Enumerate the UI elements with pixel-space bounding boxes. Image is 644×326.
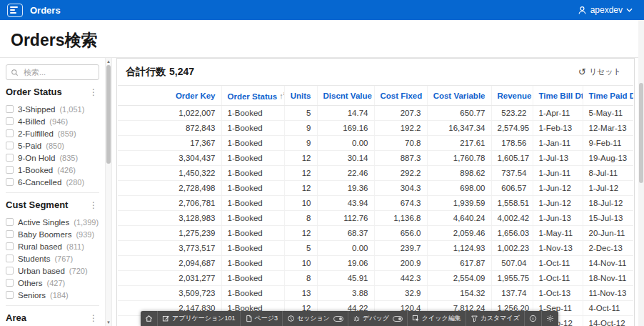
- checkbox[interactable]: [6, 142, 14, 149]
- cell: 1-Jun-11: [533, 166, 583, 181]
- checkbox[interactable]: [6, 105, 14, 113]
- column-header-order-key[interactable]: Order Key: [118, 86, 221, 106]
- toolbar-info-button[interactable]: [525, 311, 542, 326]
- checkbox[interactable]: [6, 230, 14, 238]
- toggle-switch[interactable]: [333, 316, 343, 322]
- orders-table: Order KeyOrder Status↑aUnitsDiscnt Value…: [118, 85, 633, 326]
- facet-checkbox-item[interactable]: 6-Cancelled(280): [6, 176, 99, 188]
- cell: 304.3: [374, 181, 427, 196]
- facet-item-count: (939): [76, 230, 94, 239]
- cell: 137.74: [491, 286, 533, 301]
- toolbar-bug-button[interactable]: デバッグ: [348, 311, 408, 326]
- cell: 1,760.78: [427, 151, 491, 166]
- checkbox[interactable]: [6, 129, 14, 137]
- toolbar-page-button[interactable]: ページ3: [241, 311, 283, 326]
- cell: 292.2: [374, 166, 427, 181]
- cell: 1,955.75: [491, 271, 533, 286]
- facet-checkbox-item[interactable]: Active Singles(1,399): [6, 216, 99, 228]
- cell: 2,574.95: [491, 121, 533, 136]
- facet-checkbox-item[interactable]: Baby Boomers(939): [6, 228, 99, 240]
- reset-button[interactable]: ↺ リセット: [574, 66, 625, 78]
- facet-checkbox-item[interactable]: Others(427): [6, 277, 99, 289]
- facet-item-label: Rural based: [18, 242, 62, 251]
- facet-menu-button[interactable]: ⋮: [88, 88, 99, 97]
- checkbox[interactable]: [6, 291, 14, 299]
- cell: 169.16: [317, 121, 374, 136]
- cell: 3,509,723: [118, 286, 221, 301]
- checkbox[interactable]: [6, 166, 14, 174]
- scroll-up-arrow-icon[interactable]: ▲: [106, 59, 111, 64]
- column-header-order-status[interactable]: Order Status↑a: [221, 86, 284, 106]
- nav-menu-toggle-button[interactable]: [7, 4, 23, 17]
- checkbox[interactable]: [6, 154, 14, 162]
- column-header-revenue[interactable]: Revenue: [491, 86, 533, 106]
- checkbox[interactable]: [6, 242, 14, 250]
- app-header: Orders apexdev: [0, 0, 644, 20]
- cell: 1-Booked: [221, 106, 284, 121]
- facet-checkbox-item[interactable]: Students(767): [6, 252, 99, 265]
- sidebar-scrollbar-thumb[interactable]: [106, 65, 111, 164]
- facet-items: 3-Shipped(1,051)4-Billed(946)2-Fulfilled…: [6, 103, 99, 188]
- checkbox[interactable]: [6, 267, 14, 275]
- search-input[interactable]: [22, 67, 94, 77]
- cell: 154.32: [427, 286, 491, 301]
- facet-checkbox-item[interactable]: 2-Fulfilled(859): [6, 127, 99, 139]
- facet-checkbox-item[interactable]: 1-Booked(426): [6, 164, 99, 176]
- facet-item-label: 6-Cancelled: [18, 178, 61, 187]
- cell: 1,558.51: [491, 196, 533, 211]
- cell: 0.00: [317, 241, 374, 256]
- cell: 1-Nov-13: [533, 241, 583, 256]
- facet-item-count: (720): [69, 267, 88, 275]
- column-header-label: Discnt Value: [323, 92, 372, 100]
- cell: 1-Booked: [221, 166, 284, 181]
- facet-menu-button[interactable]: ⋮: [88, 201, 99, 209]
- column-header-units[interactable]: Units: [284, 86, 317, 106]
- toggle-switch[interactable]: [393, 316, 403, 322]
- facet-checkbox-item[interactable]: 5-Paid(850): [6, 139, 99, 152]
- column-header-time-bill-dt[interactable]: Time Bill Dt: [533, 86, 583, 106]
- checkbox[interactable]: [6, 279, 14, 287]
- cell: 698.00: [427, 181, 491, 196]
- cell: 12-Mar-13: [583, 121, 633, 136]
- column-header-time-paid-dt[interactable]: Time Paid Dt: [583, 86, 633, 106]
- column-header-label: Units: [291, 92, 311, 100]
- window-scrollbar-thumb[interactable]: [639, 83, 643, 183]
- cell: 10: [284, 256, 317, 271]
- toolbar-edit-button[interactable]: アプリケーション101: [158, 311, 241, 326]
- facet-checkbox-item[interactable]: 3-Shipped(1,051): [6, 103, 99, 115]
- cell: 1,656.03: [491, 226, 533, 241]
- cell: 14.74: [317, 106, 374, 121]
- checkbox[interactable]: [6, 178, 14, 186]
- facet-menu-button[interactable]: ⋮: [88, 314, 99, 322]
- sidebar-scrollbar[interactable]: ▲ ▼: [105, 58, 112, 326]
- toolbar-clock-button[interactable]: セッション: [283, 311, 348, 326]
- facet-checkbox-item[interactable]: Seniors(184): [6, 289, 99, 301]
- faceted-search-sidebar: Order Status⋮3-Shipped(1,051)4-Billed(94…: [0, 58, 105, 326]
- user-menu-button[interactable]: apexdev: [573, 4, 637, 16]
- window-scrollbar[interactable]: [638, 20, 644, 326]
- cell: 5: [284, 241, 317, 256]
- total-row-count: 合計行数5,247: [126, 66, 194, 79]
- facet-checkbox-item[interactable]: Rural based(811): [6, 240, 99, 252]
- checkbox[interactable]: [6, 117, 14, 125]
- column-header-cost-variable[interactable]: Cost Variable: [427, 86, 491, 106]
- app-window: Orders apexdev Orders検索 Order Status⋮3-S…: [0, 0, 644, 326]
- checkbox[interactable]: [6, 218, 14, 226]
- toolbar-funnel-button[interactable]: カスタマイズ: [466, 311, 525, 326]
- facet-list: Order Status⋮3-Shipped(1,051)4-Billed(94…: [6, 80, 99, 324]
- gear-icon: [546, 315, 554, 322]
- toolbar-cursor-button[interactable]: クイック編集: [408, 311, 466, 326]
- results-report-card: 合計行数5,247 ↺ リセット Order KeyOrder Status↑a…: [116, 58, 635, 326]
- facet-checkbox-item[interactable]: 4-Billed(946): [6, 115, 99, 127]
- scroll-down-arrow-icon[interactable]: ▼: [106, 320, 111, 325]
- toolbar-home-button[interactable]: [141, 311, 158, 326]
- checkbox[interactable]: [6, 255, 14, 262]
- toolbar-gear-button[interactable]: [542, 311, 558, 326]
- column-header-cost-fixed[interactable]: Cost Fixed: [374, 86, 427, 106]
- facet-checkbox-item[interactable]: 9-On Hold(835): [6, 152, 99, 164]
- facet-checkbox-item[interactable]: Urban based(720): [6, 265, 99, 277]
- cell: 3,773,517: [118, 241, 221, 256]
- column-header-discnt-value[interactable]: Discnt Value: [317, 86, 374, 106]
- cell: 1,136.8: [374, 211, 427, 226]
- cell: 1-Booked: [221, 136, 284, 151]
